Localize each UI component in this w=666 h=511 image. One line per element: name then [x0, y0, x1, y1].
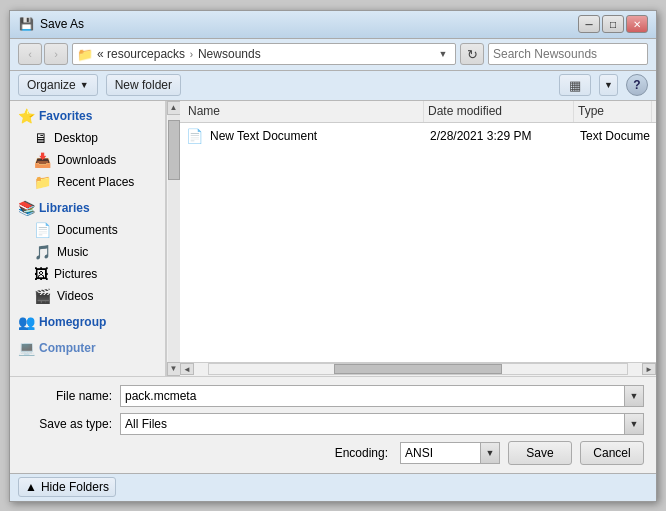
search-button[interactable]: 🔍	[647, 44, 648, 64]
computer-icon: 💻	[18, 340, 35, 356]
file-name-row: File name: ▼	[22, 385, 644, 407]
downloads-label: Downloads	[57, 153, 116, 167]
main-content: ⭐ Favorites 🖥 Desktop 📥 Downloads 📁 Rece…	[10, 101, 656, 376]
minimize-button[interactable]: ─	[578, 15, 600, 33]
file-name: New Text Document	[210, 129, 430, 143]
organize-dropdown-icon: ▼	[80, 80, 89, 90]
scroll-left-arrow[interactable]: ◄	[180, 363, 194, 375]
maximize-button[interactable]: □	[602, 15, 624, 33]
file-area: Name Date modified Type 📄 New Text Docum…	[180, 101, 656, 376]
sidebar-item-downloads[interactable]: 📥 Downloads	[10, 149, 165, 171]
view-dropdown-button[interactable]: ▼	[599, 74, 618, 96]
scroll-up-arrow[interactable]: ▲	[167, 101, 181, 115]
save-as-type-combo: ▼	[120, 413, 644, 435]
scroll-track-horiz[interactable]	[208, 363, 628, 375]
sidebar-item-music[interactable]: 🎵 Music	[10, 241, 165, 263]
sidebar-item-recent-places[interactable]: 📁 Recent Places	[10, 171, 165, 193]
dialog-title: Save As	[40, 17, 578, 31]
libraries-header[interactable]: 📚 Libraries	[10, 197, 165, 219]
recent-places-icon: 📁	[34, 174, 51, 190]
encoding-label: Encoding:	[335, 446, 388, 460]
horizontal-scrollbar[interactable]: ◄ ►	[180, 362, 656, 376]
computer-header[interactable]: 💻 Computer	[10, 337, 165, 359]
favorites-section: ⭐ Favorites 🖥 Desktop 📥 Downloads 📁 Rece…	[10, 105, 165, 193]
scroll-thumb-horiz[interactable]	[334, 364, 501, 374]
navigation-bar: ‹ › 📁 « resourcepacks › Newsounds ▼ ↻ 🔍	[10, 39, 656, 71]
libraries-section: 📚 Libraries 📄 Documents 🎵 Music 🖼 Pictur…	[10, 197, 165, 307]
help-button[interactable]: ?	[626, 74, 648, 96]
desktop-label: Desktop	[54, 131, 98, 145]
videos-icon: 🎬	[34, 288, 51, 304]
breadcrumb-part1: «	[97, 47, 107, 61]
file-name-label: File name:	[22, 389, 112, 403]
favorites-label: Favorites	[39, 109, 92, 123]
column-headers: Name Date modified Type	[180, 101, 656, 123]
save-as-type-label: Save as type:	[22, 417, 112, 431]
scroll-down-arrow[interactable]: ▼	[167, 362, 181, 376]
breadcrumb-separator: ›	[187, 49, 196, 60]
encoding-dropdown[interactable]: ▼	[480, 442, 500, 464]
homegroup-header[interactable]: 👥 Homegroup	[10, 311, 165, 333]
file-icon: 📄	[184, 126, 204, 146]
pictures-icon: 🖼	[34, 266, 48, 282]
new-folder-label: New folder	[115, 78, 172, 92]
encoding-combo: ▼	[400, 442, 500, 464]
breadcrumb[interactable]: 📁 « resourcepacks › Newsounds ▼	[72, 43, 456, 65]
file-name-combo: ▼	[120, 385, 644, 407]
videos-label: Videos	[57, 289, 93, 303]
nav-arrows: ‹ ›	[18, 43, 68, 65]
column-date-modified[interactable]: Date modified	[424, 101, 574, 122]
file-list: 📄 New Text Document 2/28/2021 3:29 PM Te…	[180, 123, 656, 362]
help-icon: ?	[633, 78, 640, 92]
file-name-input[interactable]	[120, 385, 624, 407]
new-folder-button[interactable]: New folder	[106, 74, 181, 96]
documents-label: Documents	[57, 223, 118, 237]
recent-places-label: Recent Places	[57, 175, 134, 189]
save-as-type-dropdown[interactable]: ▼	[624, 413, 644, 435]
computer-section: 💻 Computer	[10, 337, 165, 359]
dialog-icon: 💾	[18, 16, 34, 32]
sidebar: ⭐ Favorites 🖥 Desktop 📥 Downloads 📁 Rece…	[10, 101, 166, 376]
homegroup-icon: 👥	[18, 314, 35, 330]
view-button[interactable]: ▦	[559, 74, 591, 96]
sidebar-item-desktop[interactable]: 🖥 Desktop	[10, 127, 165, 149]
organize-button[interactable]: Organize ▼	[18, 74, 98, 96]
scroll-thumb[interactable]	[168, 120, 180, 180]
libraries-icon: 📚	[18, 200, 35, 216]
sidebar-item-documents[interactable]: 📄 Documents	[10, 219, 165, 241]
file-name-dropdown[interactable]: ▼	[624, 385, 644, 407]
breadcrumb-dropdown[interactable]: ▼	[435, 44, 451, 64]
hide-folders-button[interactable]: ▲ Hide Folders	[18, 477, 116, 497]
forward-button[interactable]: ›	[44, 43, 68, 65]
table-row[interactable]: 📄 New Text Document 2/28/2021 3:29 PM Te…	[180, 123, 656, 149]
view-arrow-icon: ▼	[604, 80, 613, 90]
cancel-button[interactable]: Cancel	[580, 441, 644, 465]
music-icon: 🎵	[34, 244, 51, 260]
action-row: Encoding: ▼ Save Cancel	[22, 441, 644, 465]
column-type[interactable]: Type	[574, 101, 652, 122]
search-box: 🔍	[488, 43, 648, 65]
save-button[interactable]: Save	[508, 441, 572, 465]
hide-icon: ▲	[25, 480, 37, 494]
refresh-button[interactable]: ↻	[460, 43, 484, 65]
close-button[interactable]: ✕	[626, 15, 648, 33]
encoding-input[interactable]	[400, 442, 480, 464]
search-input[interactable]	[489, 47, 647, 61]
scroll-right-arrow[interactable]: ►	[642, 363, 656, 375]
sidebar-item-videos[interactable]: 🎬 Videos	[10, 285, 165, 307]
breadcrumb-newsounds: Newsounds	[198, 47, 261, 61]
favorites-header[interactable]: ⭐ Favorites	[10, 105, 165, 127]
documents-icon: 📄	[34, 222, 51, 238]
save-as-type-input[interactable]	[120, 413, 624, 435]
view-icon: ▦	[569, 78, 581, 93]
save-as-type-row: Save as type: ▼	[22, 413, 644, 435]
back-button[interactable]: ‹	[18, 43, 42, 65]
column-name[interactable]: Name	[184, 101, 424, 122]
breadcrumb-resourcepacks: resourcepacks	[107, 47, 185, 61]
bottom-form: File name: ▼ Save as type: ▼ Encoding: ▼…	[10, 376, 656, 473]
sidebar-item-pictures[interactable]: 🖼 Pictures	[10, 263, 165, 285]
scroll-track[interactable]	[168, 115, 180, 362]
toolbar: Organize ▼ New folder ▦ ▼ ?	[10, 71, 656, 101]
music-label: Music	[57, 245, 88, 259]
organize-label: Organize	[27, 78, 76, 92]
